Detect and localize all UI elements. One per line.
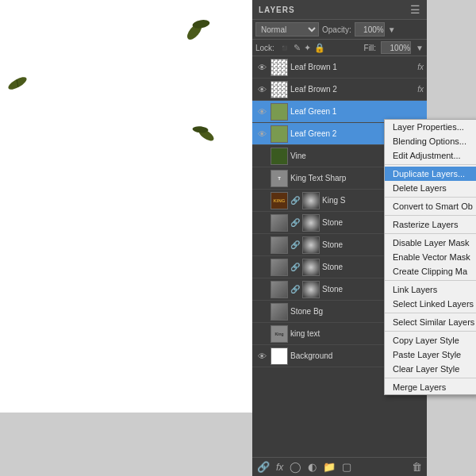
layer-visibility-icon[interactable] <box>255 239 268 251</box>
opacity-label: Opacity: <box>322 25 351 34</box>
layers-blend-row: Normal Opacity: ▼ <box>252 20 427 40</box>
layer-chain-icon[interactable]: 🔗 <box>290 263 300 271</box>
layer-thumbnail <box>271 125 288 143</box>
context-menu: Layer Properties...Blending Options...Ed… <box>384 119 476 395</box>
layer-thumbnail <box>271 59 288 76</box>
layer-item[interactable]: 👁Leaf Brown 2fx <box>252 79 427 101</box>
fx-icon[interactable]: fx <box>276 462 283 473</box>
layers-header: LAYERS ☰ <box>252 0 427 20</box>
lock-icons: ◾ ✎ ✦ 🔒 <box>279 43 325 53</box>
canvas-area <box>0 0 252 476</box>
context-menu-item[interactable]: Layer Properties... <box>385 120 476 134</box>
layer-visibility-icon[interactable] <box>255 150 268 163</box>
layer-visibility-icon[interactable]: 👁 <box>255 350 268 363</box>
layer-name: Leaf Brown 1 <box>290 63 415 71</box>
layers-bottom: 🔗 fx ◯ ◐ 📁 ▢ 🗑 <box>252 457 427 476</box>
canvas-white <box>0 0 252 413</box>
layers-menu-icon[interactable]: ☰ <box>410 3 420 16</box>
layer-name: Leaf Green 1 <box>290 107 424 116</box>
context-menu-item[interactable]: Link Layers <box>385 282 476 297</box>
layer-thumbnail <box>271 148 288 165</box>
layer-thumbnail <box>271 103 288 121</box>
blend-mode-select[interactable]: Normal <box>255 22 319 36</box>
layer-thumbnail <box>271 303 288 321</box>
menu-separator <box>385 331 476 332</box>
context-menu-item[interactable]: Edit Adjustment... <box>385 148 476 163</box>
layer-name: Leaf Brown 2 <box>290 85 415 94</box>
layer-visibility-icon[interactable] <box>255 328 268 340</box>
opacity-input[interactable] <box>355 22 385 36</box>
layer-visibility-icon[interactable] <box>255 194 268 207</box>
context-menu-item[interactable]: Disable Layer Mask <box>385 236 476 250</box>
new-layer-icon[interactable]: ▢ <box>342 461 351 473</box>
menu-separator <box>385 164 476 165</box>
adjustment-icon[interactable]: ◐ <box>308 461 317 473</box>
layer-thumbnail <box>271 281 288 298</box>
lock-paint-icon[interactable]: ✎ <box>294 43 301 53</box>
context-menu-item[interactable]: Blending Options... <box>385 134 476 148</box>
layer-thumbnail-mask <box>302 236 320 254</box>
delete-icon[interactable]: 🗑 <box>412 461 422 473</box>
layer-visibility-icon[interactable]: 👁 <box>255 83 268 96</box>
layers-lock-row: Lock: ◾ ✎ ✦ 🔒 Fill: ▼ <box>252 40 427 56</box>
fill-label: Fill: <box>364 44 377 52</box>
layer-thumbnail-mask <box>302 214 320 232</box>
layer-thumbnail: KING <box>271 192 288 209</box>
menu-separator <box>385 313 476 313</box>
layer-chain-icon[interactable]: 🔗 <box>290 218 300 227</box>
folder-icon[interactable]: 📁 <box>323 461 336 473</box>
layer-chain-icon[interactable]: 🔗 <box>290 285 300 294</box>
layer-thumbnail-mask <box>302 281 320 298</box>
layer-chain-icon[interactable]: 🔗 <box>290 196 300 205</box>
opacity-arrow[interactable]: ▼ <box>388 25 396 34</box>
layer-thumbnail: T <box>271 170 288 187</box>
context-menu-item[interactable]: Select Linked Layers <box>385 297 476 311</box>
layer-visibility-icon[interactable] <box>255 217 268 229</box>
context-menu-item[interactable]: Paste Layer Style <box>385 347 476 362</box>
menu-separator <box>385 197 476 198</box>
menu-separator <box>385 215 476 216</box>
menu-separator <box>385 233 476 234</box>
layer-fx-badge: fx <box>417 85 424 94</box>
context-menu-item[interactable]: Merge Layers <box>385 380 476 394</box>
layer-thumbnail <box>271 236 288 254</box>
layers-panel-title: LAYERS <box>259 6 295 14</box>
lock-all-icon[interactable]: 🔒 <box>314 43 325 53</box>
context-menu-item[interactable]: Clear Layer Style <box>385 362 476 376</box>
menu-separator <box>385 378 476 378</box>
lock-label: Lock: <box>255 44 274 52</box>
layer-visibility-icon[interactable]: 👁 <box>255 128 268 140</box>
context-menu-item[interactable]: Duplicate Layers... <box>385 167 476 181</box>
layer-chain-icon[interactable]: 🔗 <box>290 240 300 249</box>
layer-item[interactable]: 👁Leaf Brown 1fx <box>252 56 427 79</box>
lock-move-icon[interactable]: ✦ <box>304 43 311 53</box>
layer-visibility-icon[interactable] <box>255 283 268 296</box>
layer-visibility-icon[interactable]: 👁 <box>255 106 268 118</box>
context-menu-item[interactable]: Select Similar Layers <box>385 315 476 329</box>
fill-input[interactable] <box>381 41 411 54</box>
context-menu-item[interactable]: Copy Layer Style <box>385 333 476 347</box>
mask-icon[interactable]: ◯ <box>290 461 301 473</box>
layer-thumbnail <box>271 81 288 98</box>
layer-thumbnail-mask <box>302 259 320 276</box>
layer-visibility-icon[interactable] <box>255 305 268 318</box>
layer-visibility-icon[interactable] <box>255 172 268 185</box>
context-menu-item[interactable]: Enable Vector Mask <box>385 250 476 264</box>
layer-thumbnail <box>271 347 288 365</box>
lock-transparent-icon[interactable]: ◾ <box>279 43 290 53</box>
layer-thumbnail <box>271 259 288 276</box>
layer-visibility-icon[interactable]: 👁 <box>255 61 268 74</box>
context-menu-item[interactable]: Delete Layers <box>385 181 476 195</box>
context-menu-item[interactable]: Convert to Smart Ob <box>385 199 476 213</box>
layer-thumbnail: King <box>271 325 288 343</box>
context-menu-item[interactable]: Create Clipping Ma <box>385 264 476 278</box>
fill-arrow[interactable]: ▼ <box>416 44 424 52</box>
layer-thumbnail <box>271 214 288 232</box>
link-icon[interactable]: 🔗 <box>257 461 270 473</box>
context-menu-item[interactable]: Rasterize Layers <box>385 217 476 232</box>
layer-thumbnail-mask <box>302 192 320 209</box>
layer-visibility-icon[interactable] <box>255 261 268 274</box>
layer-fx-badge: fx <box>417 63 424 71</box>
menu-separator <box>385 280 476 281</box>
